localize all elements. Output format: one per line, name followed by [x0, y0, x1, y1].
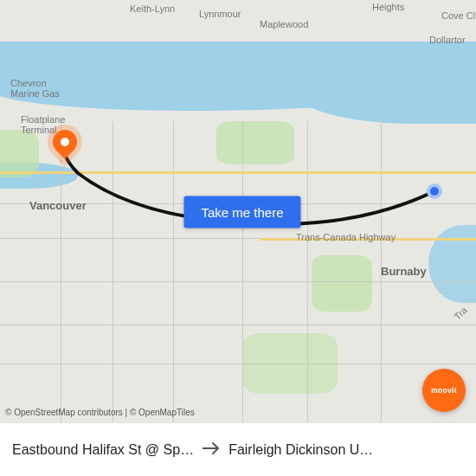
road: [0, 281, 476, 282]
road: [0, 325, 476, 325]
road: [173, 121, 174, 422]
map[interactable]: Keith-Lynn Lynnmour Maplewood Heights Co…: [0, 0, 476, 422]
park-area-1: [216, 121, 294, 164]
moovit-badge[interactable]: moovit: [422, 369, 466, 412]
map-label-burnaby: Burnaby: [381, 265, 427, 278]
road: [61, 121, 61, 422]
pin-destination-icon: [48, 125, 82, 159]
road: [113, 121, 113, 422]
highway: [0, 171, 476, 174]
land-north: [0, 0, 476, 48]
take-me-there-button[interactable]: Take me there: [183, 196, 300, 228]
highway-tch: [260, 238, 476, 241]
water-burnaby-lake: [428, 225, 476, 303]
cta-label: Take me there: [201, 205, 283, 220]
map-label-vancouver: Vancouver: [29, 199, 87, 212]
road: [242, 121, 243, 422]
water-inlet-east: [294, 42, 476, 124]
map-label-tc2: Tra: [452, 305, 469, 322]
pin-destination[interactable]: [53, 130, 77, 154]
route-footer: Eastbound Halifax St @ Sp… Fairleigh Dic…: [0, 422, 476, 476]
pin-origin[interactable]: [427, 183, 442, 199]
route-to-label: Fairleigh Dickinson U…: [228, 442, 373, 458]
arrow-right-icon: [203, 442, 220, 458]
park-area-2: [312, 255, 372, 312]
road: [307, 121, 308, 422]
park-area-4: [0, 130, 39, 177]
map-attribution: © OpenStreetMap contributors | © OpenMap…: [5, 408, 195, 417]
moovit-badge-label: moovit: [431, 386, 457, 395]
route-from-label: Eastbound Halifax St @ Sp…: [12, 442, 194, 458]
road: [381, 121, 382, 422]
road: [0, 363, 476, 364]
